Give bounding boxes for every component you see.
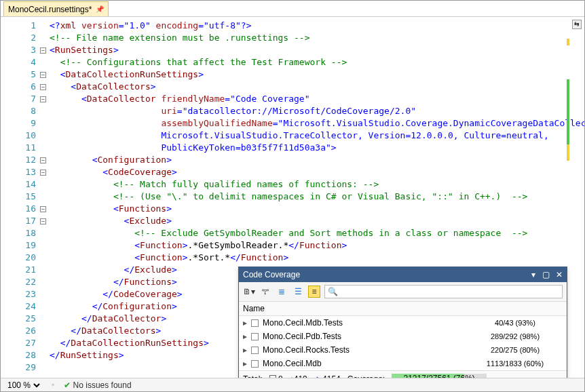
fold-toggle-icon[interactable]: − (40, 47, 46, 54)
fold-toggle-icon[interactable]: − (40, 218, 46, 224)
line-number: 28 (1, 349, 36, 361)
maximize-icon[interactable]: ▢ (542, 270, 550, 279)
expand-icon[interactable]: ▸ (243, 359, 250, 368)
expand-icon[interactable]: ▸ (243, 332, 250, 341)
line-number: 8 (1, 105, 36, 117)
line-number: 18 (1, 227, 36, 239)
line-number: 7 (1, 93, 36, 105)
change-marker (567, 39, 569, 45)
tab-title: MonoCecil.runsettings* (8, 5, 92, 14)
coverage-metric: 1113/1833 (60%) (468, 359, 563, 368)
pin-icon[interactable]: 📌 (96, 5, 104, 13)
line-number: 21 (1, 264, 36, 276)
search-input[interactable] (338, 286, 559, 297)
code-line[interactable]: <Functions> (50, 203, 584, 215)
expand-icon[interactable]: ▸ (243, 345, 250, 355)
line-number: 6 (1, 81, 36, 93)
tab-bar: MonoCecil.runsettings* 📌 (1, 1, 584, 17)
line-number: 2 (1, 32, 36, 44)
code-line[interactable]: <RunSettings> (50, 44, 584, 56)
code-line[interactable]: <!-- Exclude GetSymbolReader and Sort me… (50, 227, 584, 239)
fold-toggle-icon[interactable]: − (40, 72, 46, 78)
expand-icon[interactable]: ▸ (243, 318, 250, 328)
line-number: 12 (1, 154, 36, 166)
module-icon (251, 319, 259, 327)
coverage-row[interactable]: ▸ Mono.Cecil.Rocks.Tests 220/275 (80%) (239, 343, 567, 357)
fold-toggle-icon[interactable]: − (40, 96, 46, 102)
line-number: 23 (1, 288, 36, 300)
line-number: 19 (1, 239, 36, 252)
issues-text: No issues found (73, 380, 132, 390)
document-tab[interactable]: MonoCecil.runsettings* 📌 (3, 1, 109, 16)
column-header-name[interactable]: Name (239, 302, 567, 316)
code-line[interactable]: Microsoft.VisualStudio.TraceCollector, V… (50, 130, 584, 142)
coverage-metric: 289/292 (98%) (468, 332, 563, 340)
list-flat-icon[interactable]: ≣ (276, 286, 288, 298)
module-name: Mono.Cecil.Pdb.Tests (263, 332, 468, 341)
code-line[interactable]: <?xml version="1.0" encoding="utf-8"?> (50, 20, 584, 32)
line-number: 22 (1, 276, 36, 288)
fold-toggle-icon[interactable]: − (40, 206, 46, 212)
code-line[interactable]: <Function>.*Sort.*</Function> (50, 252, 584, 264)
code-line[interactable]: <DataCollector friendlyName="Code Covera… (50, 93, 584, 105)
line-number: 20 (1, 252, 36, 264)
line-number: 29 (1, 361, 36, 374)
options-icon[interactable]: ▾ (531, 270, 535, 279)
check-icon: ✔ (64, 380, 71, 390)
search-box[interactable]: 🔍 (324, 285, 563, 298)
line-number-gutter: 1234567891011121314151617181920212223242… (1, 17, 40, 378)
change-marker (567, 79, 569, 161)
code-line[interactable]: uri="datacollector://Microsoft/CodeCover… (50, 105, 584, 117)
filter-icon[interactable]: 🝖 (259, 286, 271, 298)
code-coverage-panel: Code Coverage ▾ ▢ ✕ 🗎▾ 🝖 ≣ ☰ ≡ 🔍 Name ▸ … (238, 267, 567, 388)
line-number: 11 (1, 142, 36, 154)
code-line[interactable]: <CodeCoverage> (50, 166, 584, 178)
list-tree-icon[interactable]: ☰ (292, 286, 304, 298)
coverage-row[interactable]: ▸ Mono.Cecil.Mdb.Tests 40/43 (93%) (239, 316, 567, 330)
line-number: 17 (1, 215, 36, 227)
open-dropdown-icon[interactable]: 🗎▾ (243, 286, 255, 298)
code-line[interactable]: <Function>.*GetSymbolReader.*</Function> (50, 239, 584, 252)
module-icon (251, 347, 259, 354)
search-icon: 🔍 (328, 287, 338, 296)
line-number: 10 (1, 130, 36, 142)
fold-gutter[interactable]: −−−−−−−− (40, 17, 50, 378)
panel-toolbar: 🗎▾ 🝖 ≣ ☰ ≡ 🔍 (239, 282, 567, 302)
coverage-metric: 220/275 (80%) (468, 346, 563, 354)
line-number: 13 (1, 166, 36, 178)
code-line[interactable]: <!-- Match fully qualified names of func… (50, 178, 584, 191)
panel-titlebar[interactable]: Code Coverage ▾ ▢ ✕ (239, 267, 567, 282)
code-line[interactable]: PublicKeyToken=b03f5f7f11d50a3a"> (50, 142, 584, 154)
code-line[interactable]: <!-- File name extension must be .runset… (50, 32, 584, 44)
code-line[interactable]: <DataCollectionRunSettings> (50, 68, 584, 81)
code-line[interactable]: assemblyQualifiedName="Microsoft.VisualS… (50, 117, 584, 130)
module-icon (251, 360, 259, 368)
split-view-icon[interactable]: ⇆ (572, 20, 582, 29)
module-icon (251, 333, 259, 340)
line-number: 25 (1, 313, 36, 325)
close-icon[interactable]: ✕ (556, 270, 563, 279)
code-line[interactable]: <!-- (Use "\." to delimit namespaces in … (50, 191, 584, 203)
zoom-select[interactable]: 100 % (5, 380, 42, 391)
line-number: 27 (1, 337, 36, 349)
module-name: Mono.Cecil.Mdb.Tests (263, 318, 468, 328)
code-line[interactable]: <Exclude> (50, 215, 584, 227)
code-line[interactable]: <!-- Configurations that affect the Test… (50, 56, 584, 68)
line-number: 9 (1, 117, 36, 130)
line-number: 14 (1, 178, 36, 191)
highlight-icon[interactable]: ≡ (308, 286, 320, 298)
fold-toggle-icon[interactable]: − (40, 170, 46, 176)
line-number: 3 (1, 44, 36, 56)
fold-toggle-icon[interactable]: − (40, 84, 46, 90)
line-number: 4 (1, 56, 36, 68)
coverage-row[interactable]: ▸ Mono.Cecil.Mdb 1113/1833 (60%) (239, 357, 567, 370)
coverage-metric: 40/43 (93%) (468, 319, 563, 327)
code-line[interactable]: <Configuration> (50, 154, 584, 166)
code-line[interactable]: <DataCollectors> (50, 81, 584, 93)
coverage-row[interactable]: ▸ Mono.Cecil.Pdb.Tests 289/292 (98%) (239, 330, 567, 343)
line-number: 24 (1, 300, 36, 313)
fold-toggle-icon[interactable]: − (40, 157, 46, 163)
status-bar: 100 % • ✔ No issues found (1, 378, 584, 391)
module-name: Mono.Cecil.Rocks.Tests (263, 345, 468, 355)
module-name: Mono.Cecil.Mdb (263, 359, 468, 368)
